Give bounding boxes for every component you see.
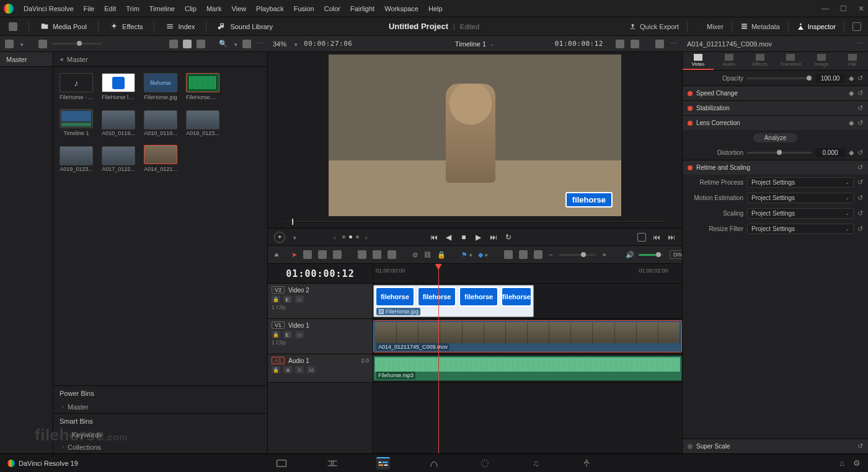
edit-page-icon[interactable] — [376, 457, 390, 470]
keyframe-icon[interactable]: ◆ — [849, 119, 854, 127]
lock-icon[interactable]: 🔒 — [437, 250, 446, 260]
viewer-layout2-icon[interactable] — [631, 40, 639, 48]
menu-playback[interactable]: Playback — [251, 5, 289, 12]
quick-export-button[interactable]: Quick Export — [627, 22, 681, 30]
step-back-button[interactable]: ◀ — [445, 233, 453, 242]
lock-track-icon[interactable]: 🔒 — [272, 366, 280, 374]
menu-view[interactable]: View — [226, 5, 251, 12]
opacity-slider[interactable] — [747, 77, 812, 79]
power-bins-header[interactable]: Power Bins — [53, 386, 267, 401]
home-icon[interactable]: ⌂ — [839, 458, 844, 468]
step-fwd-button[interactable]: ⏭ — [489, 233, 498, 242]
opacity-value[interactable]: 100.00 — [815, 74, 845, 83]
auto-select-icon[interactable]: ◧ — [283, 295, 292, 303]
close-button[interactable]: ✕ — [858, 4, 864, 13]
media-page-icon[interactable] — [275, 457, 288, 470]
power-bin-master[interactable]: ›Master — [53, 401, 267, 413]
reset-icon[interactable]: ↺ — [857, 104, 863, 112]
mixer-toggle[interactable]: Mixer — [694, 22, 725, 30]
menu-workspace[interactable]: Workspace — [379, 5, 423, 12]
overwrite-clip-icon[interactable] — [373, 250, 381, 260]
viewer-mode-dropdown[interactable] — [291, 234, 296, 241]
flag-icon[interactable]: ⚑ — [462, 250, 472, 260]
viewer-mode-icon[interactable]: ✦ — [274, 232, 285, 243]
reset-icon[interactable]: ↺ — [857, 119, 863, 127]
next-edit-button[interactable]: ⏭ — [667, 233, 676, 242]
auto-select-icon[interactable]: ◧ — [283, 331, 292, 338]
distortion-slider[interactable] — [747, 152, 812, 154]
stop-button[interactable]: ■ — [459, 233, 468, 242]
metadata-toggle[interactable]: Metadata — [738, 22, 782, 30]
disable-video-icon[interactable]: ▭ — [295, 295, 304, 303]
replace-clip-icon[interactable] — [388, 250, 396, 260]
media-clip[interactable]: FileHorse lo... — [102, 73, 135, 100]
zoom-detail-icon[interactable] — [519, 250, 528, 260]
smart-bins-header[interactable]: Smart Bins — [53, 414, 267, 429]
zoom-in-icon[interactable]: + — [602, 250, 606, 260]
marker-icon[interactable]: ◆ — [478, 250, 488, 260]
timeline-name-dropdown[interactable]: Timeline 1⌄ — [455, 40, 495, 48]
bypass-icon[interactable] — [655, 40, 664, 48]
selection-tool-icon[interactable]: ➤ — [291, 250, 297, 260]
media-clip[interactable]: A017_0122... — [102, 145, 135, 172]
bin-view-icon[interactable] — [5, 40, 14, 48]
track-v1[interactable]: A014_01211745_C009.mov — [373, 319, 682, 354]
lock-track-icon[interactable]: 🔒 — [272, 295, 280, 303]
viewer-layout-icon[interactable] — [616, 40, 624, 48]
inspector-tab-effects[interactable]: Effects — [745, 52, 776, 70]
menu-file[interactable]: File — [79, 5, 100, 12]
viewer-canvas[interactable]: filehorse — [329, 55, 621, 216]
menu-fairlight[interactable]: Fairlight — [345, 5, 379, 12]
bin-view-dropdown[interactable] — [19, 40, 24, 48]
options-icon[interactable]: ⋯ — [256, 40, 263, 48]
next-page-icon[interactable]: › — [365, 234, 368, 241]
retime-dropdown[interactable]: Project Settings⌄ — [747, 193, 854, 203]
inspector-toggle[interactable]: Inspector — [795, 22, 838, 30]
match-frame-icon[interactable] — [637, 233, 646, 242]
media-clip[interactable]: Timeline 1 — [60, 109, 93, 136]
volume-icon[interactable]: 🔊 — [625, 250, 635, 260]
media-clip[interactable]: filehorseFileHorse.jpg — [144, 73, 177, 100]
reset-icon[interactable]: ↺ — [857, 178, 863, 186]
zoom-custom-icon[interactable] — [534, 250, 542, 260]
volume-slider[interactable] — [639, 254, 663, 256]
track-a1[interactable]: Filehorse.mp3 — [373, 354, 682, 383]
menu-help[interactable]: Help — [423, 5, 448, 12]
trim-tool-icon[interactable] — [303, 250, 312, 260]
go-to-start-button[interactable]: ⏮ — [430, 233, 438, 242]
effects-toggle[interactable]: Effects — [106, 22, 146, 31]
keyframe-icon[interactable]: ◆ — [849, 89, 854, 97]
retime-scaling-header[interactable]: Retime and Scaling↺ — [683, 160, 868, 175]
deliver-page-icon[interactable] — [580, 457, 593, 470]
arm-icon[interactable]: ◉ — [283, 366, 292, 374]
track-header-a1[interactable]: A1Audio 12.0 🔒◉SM — [268, 354, 373, 383]
retime-dropdown[interactable]: Project Settings⌄ — [747, 208, 854, 219]
media-clip[interactable]: A019_0123... — [186, 109, 219, 136]
reset-icon[interactable]: ↺ — [857, 442, 863, 450]
media-clip[interactable]: ♪FileHorse - ... — [60, 73, 93, 100]
snap-icon[interactable]: ⊘ — [412, 250, 418, 260]
media-clip[interactable]: FileHorse.m... — [186, 73, 219, 100]
inspector-tab-transition[interactable]: Transition — [775, 52, 806, 70]
import-icon[interactable] — [38, 40, 47, 48]
speed-change-header[interactable]: Speed Change◆↺ — [683, 86, 868, 100]
smart-bin-keywords[interactable]: Keywords — [53, 429, 267, 441]
inspector-tab-file[interactable]: File — [837, 52, 868, 70]
solo-icon[interactable]: S — [295, 366, 304, 374]
reset-icon[interactable]: ↺ — [857, 149, 863, 157]
maximize-button[interactable]: ☐ — [840, 4, 847, 13]
menu-color[interactable]: Color — [319, 5, 345, 12]
smart-bin-collections[interactable]: ›Collections — [53, 441, 267, 453]
reset-icon[interactable]: ↺ — [857, 225, 863, 233]
reset-icon[interactable]: ↺ — [857, 74, 863, 82]
fusion-page-icon[interactable] — [427, 457, 441, 470]
media-clip[interactable]: A014_0121... — [144, 145, 177, 172]
inspector-tab-video[interactable]: Video — [683, 52, 714, 70]
cut-page-icon[interactable] — [326, 457, 339, 470]
track-header-v1[interactable]: V1Video 1 🔒◧▭ 1 Clip — [268, 319, 373, 354]
viewer-options-icon[interactable]: ⋯ — [670, 40, 677, 48]
link-icon[interactable]: ⛓ — [424, 250, 431, 260]
timeline-view-options-icon[interactable] — [274, 250, 279, 260]
settings-icon[interactable]: ⚙ — [853, 458, 861, 468]
reset-icon[interactable]: ↺ — [857, 194, 863, 202]
